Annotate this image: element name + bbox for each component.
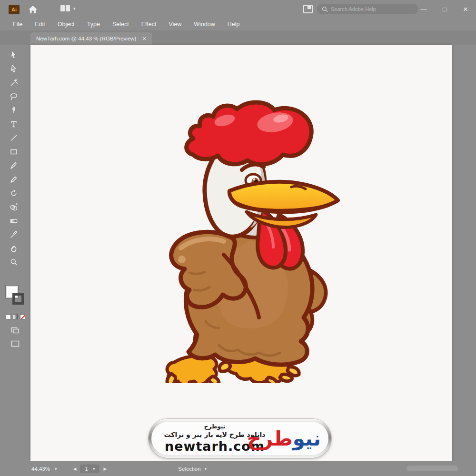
- none-mode-icon[interactable]: [20, 314, 25, 319]
- document-tab[interactable]: NewTarh.com @ 44.43 % (RGB/Preview) ✕: [30, 32, 152, 45]
- window-controls: — □ ✕: [413, 0, 476, 18]
- menu-window[interactable]: Window: [188, 20, 221, 29]
- watermark-inner: نیوطرح دانلود طرح لایه باز بنر و تراکت n…: [151, 422, 328, 455]
- watermark-logo-red: طرح: [247, 427, 293, 450]
- document-tab-bar: NewTarh.com @ 44.43 % (RGB/Preview) ✕: [0, 30, 476, 45]
- hand-tool-icon[interactable]: [6, 241, 22, 255]
- watermark-logo-blue: نیو: [293, 427, 321, 450]
- title-bar: Ai ▾ — □ ✕: [0, 0, 476, 18]
- color-mode-row: [6, 314, 25, 319]
- workspace-switcher[interactable]: ▾: [60, 5, 76, 11]
- maximize-button[interactable]: □: [434, 0, 455, 18]
- minimize-button[interactable]: —: [413, 0, 434, 18]
- status-bar: 44.43% ▾ ◀ 1 ▾ ▶ Selection ▾: [0, 461, 476, 476]
- rooster-comb: [187, 102, 312, 164]
- rotate-tool-icon[interactable]: [6, 186, 22, 200]
- rooster-left-foot: [167, 356, 219, 383]
- eyedropper-tool-icon[interactable]: [6, 228, 22, 241]
- workspace-icon: [60, 5, 70, 11]
- screen-mode-icon[interactable]: [11, 340, 20, 347]
- line-segment-tool-icon[interactable]: [6, 131, 22, 145]
- draw-screen-modes: [5, 327, 26, 347]
- stroke-color-swatch[interactable]: [12, 293, 24, 305]
- horizontal-scrollbar-thumb[interactable]: [407, 466, 458, 471]
- artboard-navigation: ◀ 1 ▾ ▶: [73, 465, 107, 473]
- zoom-level-dropdown[interactable]: 44.43% ▾: [31, 466, 57, 472]
- arrange-documents-icon[interactable]: [303, 5, 313, 13]
- search-input[interactable]: [331, 6, 402, 12]
- magic-wand-tool-icon[interactable]: [6, 76, 22, 89]
- artboard-number-value: 1: [85, 466, 88, 472]
- rooster-artwork: [152, 98, 343, 383]
- pencil-tool-icon[interactable]: [6, 172, 22, 186]
- chevron-down-icon: ▾: [205, 466, 207, 471]
- zoom-tool-icon[interactable]: [6, 255, 22, 269]
- artboard-canvas[interactable]: نیوطرح دانلود طرح لایه باز بنر و تراکت n…: [30, 45, 452, 461]
- home-icon[interactable]: [28, 4, 38, 15]
- menu-effect[interactable]: Effect: [135, 20, 163, 29]
- menu-view[interactable]: View: [162, 20, 188, 29]
- menu-select[interactable]: Select: [106, 20, 135, 29]
- search-box[interactable]: [317, 4, 418, 14]
- selection-tool-icon[interactable]: [6, 48, 22, 62]
- gradient-tool-icon[interactable]: [6, 214, 22, 228]
- watermark-logo: نیوطرح: [247, 422, 321, 455]
- lasso-tool-icon[interactable]: [6, 89, 22, 103]
- direct-selection-tool-icon[interactable]: [6, 62, 22, 76]
- zoom-level-value: 44.43%: [31, 466, 50, 472]
- status-tool-indicator[interactable]: Selection ▾: [178, 466, 207, 472]
- watermark-badge: نیوطرح دانلود طرح لایه باز بنر و تراکت n…: [149, 419, 331, 458]
- menu-file[interactable]: File: [7, 20, 29, 29]
- tools-panel: [0, 45, 30, 461]
- menu-bar: File Edit Object Type Select Effect View…: [0, 18, 476, 30]
- illustrator-window: Ai ▾ — □ ✕ File Edit Object Type: [0, 0, 476, 476]
- document-tab-title: NewTarh.com @ 44.43 % (RGB/Preview): [36, 36, 136, 41]
- menu-help[interactable]: Help: [221, 20, 246, 29]
- menu-edit[interactable]: Edit: [29, 20, 51, 29]
- fill-stroke-swatches: [6, 286, 25, 307]
- chevron-down-icon: ▾: [73, 6, 76, 11]
- next-artboard-button[interactable]: ▶: [103, 466, 107, 471]
- gradient-mode-icon[interactable]: [13, 314, 18, 319]
- app-icon: Ai: [9, 5, 20, 14]
- artboard-number-field[interactable]: 1 ▾: [80, 465, 99, 473]
- paintbrush-tool-icon[interactable]: [6, 159, 22, 172]
- status-tool-label: Selection: [178, 466, 200, 472]
- tab-close-icon[interactable]: ✕: [142, 36, 146, 42]
- draw-mode-icon[interactable]: [11, 327, 20, 334]
- chevron-down-icon: ▾: [55, 466, 57, 471]
- menu-object[interactable]: Object: [51, 20, 81, 29]
- search-icon: [322, 6, 328, 12]
- type-tool-icon[interactable]: [6, 117, 22, 131]
- menu-type[interactable]: Type: [81, 20, 106, 29]
- chevron-down-icon: ▾: [93, 466, 95, 471]
- close-button[interactable]: ✕: [455, 0, 476, 18]
- color-mode-icon[interactable]: [6, 314, 11, 319]
- shape-builder-tool-icon[interactable]: [6, 200, 22, 214]
- rectangle-tool-icon[interactable]: [6, 145, 22, 159]
- prev-artboard-button[interactable]: ◀: [73, 466, 77, 471]
- pen-tool-icon[interactable]: [6, 103, 22, 117]
